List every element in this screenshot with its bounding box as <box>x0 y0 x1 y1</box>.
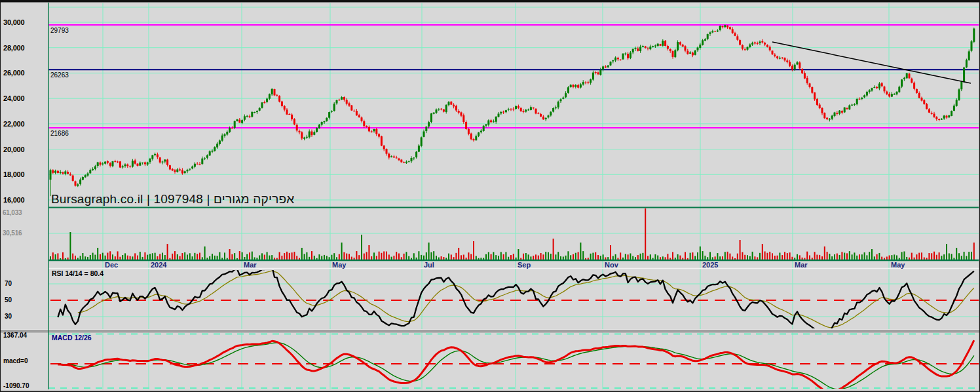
bursagraph-stock-chart: Bursagraph.co.il | 1097948 | אפריקה מגור… <box>0 0 980 392</box>
chart-canvas <box>1 1 980 392</box>
